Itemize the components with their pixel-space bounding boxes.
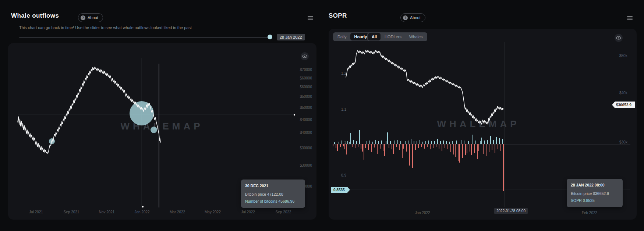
axis-label: $40000 <box>300 131 312 135</box>
axis-label: Sep 2021 <box>64 210 79 214</box>
sopr-bar <box>364 144 364 160</box>
sopr-bar <box>336 144 336 148</box>
sopr-bar <box>374 144 375 148</box>
time-slider[interactable] <box>19 37 272 38</box>
sopr-bar <box>392 144 392 149</box>
axis-label: Nov 2021 <box>99 210 115 214</box>
sopr-bar <box>467 144 467 153</box>
sopr-bar <box>367 141 367 144</box>
sopr-bar <box>450 144 451 152</box>
sopr-bar <box>403 144 404 149</box>
sopr-bar <box>375 140 376 144</box>
about-button[interactable]: ? About <box>400 13 425 22</box>
sopr-bar <box>390 141 391 144</box>
sopr-bar <box>470 144 470 152</box>
sopr-bar <box>397 140 398 144</box>
axis-label: $40k <box>619 91 628 95</box>
axis-label: Jan 2022 <box>134 210 150 214</box>
sopr-bar <box>358 144 358 147</box>
axis-label: $60000 <box>300 76 312 80</box>
sopr-bar <box>359 130 360 144</box>
sopr-bar <box>500 144 501 151</box>
sopr-bar <box>442 144 442 151</box>
tooltip-date: 28 JAN 2022 08:00 <box>571 182 619 189</box>
visibility-toggle-button[interactable] <box>301 52 309 60</box>
sopr-bar <box>445 144 445 148</box>
sopr-bar <box>452 141 453 144</box>
sopr-bar <box>344 144 345 149</box>
marker-dot <box>502 108 503 110</box>
sopr-bar <box>462 144 463 158</box>
chart-tooltip: 28 JAN 2022 08:00 Bitcoin price $36652.9… <box>567 179 623 207</box>
sopr-bar <box>340 144 341 147</box>
sopr-bar <box>339 142 339 144</box>
axis-label: $30000 <box>300 163 312 167</box>
sopr-bar <box>411 139 411 144</box>
menu-icon[interactable] <box>627 16 633 20</box>
sopr-bar <box>422 142 423 144</box>
sopr-bar <box>402 144 403 158</box>
sopr-bar <box>446 141 447 144</box>
sopr-bar <box>421 144 422 147</box>
sopr-bar <box>377 144 378 154</box>
price-line <box>346 50 503 124</box>
axis-label: $30k <box>619 140 628 144</box>
question-icon: ? <box>81 15 85 20</box>
sopr-bar <box>365 144 366 148</box>
sopr-bar <box>433 144 434 148</box>
sopr-bar <box>371 144 372 152</box>
axis-label: Sep 2022 <box>276 210 291 214</box>
axis-label: $30000 <box>300 146 312 150</box>
sopr-bar <box>484 141 485 144</box>
sopr-bar <box>430 144 431 149</box>
sopr-bar <box>502 139 503 144</box>
sopr-bar <box>361 144 361 149</box>
sopr-bar <box>427 144 428 147</box>
sopr-bar <box>349 142 350 144</box>
sopr-bar <box>461 140 461 144</box>
axis-label: 1 <box>344 141 346 145</box>
sopr-bar <box>464 141 464 144</box>
sopr-bar <box>414 141 414 144</box>
sopr-bar <box>417 141 417 144</box>
axis-label: May 2022 <box>205 210 221 214</box>
tooltip-date: 30 DEC 2021 <box>245 182 301 189</box>
sopr-bar <box>486 144 486 156</box>
axis-label: Mar 2022 <box>170 210 185 214</box>
sopr-bar <box>334 142 335 144</box>
sopr-bar <box>449 142 450 144</box>
slider-handle[interactable] <box>268 35 272 39</box>
axis-label: $50000 <box>300 106 312 110</box>
slider-date-badge: 28 Jan 2022 <box>277 34 305 40</box>
price-value-flag: $36652.9 <box>612 102 635 108</box>
axis-label: $50k <box>619 54 628 58</box>
whale-bubble[interactable] <box>151 127 157 133</box>
sopr-bar <box>343 144 344 146</box>
sopr-bar <box>443 141 444 144</box>
sopr-bar <box>458 144 459 161</box>
sopr-bar <box>455 144 456 157</box>
axis-label: Feb 2022 <box>582 211 598 215</box>
sopr-value-flag: 0.8535 <box>331 187 350 193</box>
sopr-bar <box>356 141 357 144</box>
sopr-bar <box>393 144 394 154</box>
sopr-bar <box>431 141 432 144</box>
whalemap-dashboard: Whale outflows ? About This chart can go… <box>0 0 644 231</box>
axis-label: 1.1 <box>341 107 346 111</box>
tooltip-bitcoins: Number of bitcoins 45686.96 <box>245 198 301 205</box>
crosshair-date-badge: 2022-01-28 08:00 <box>494 208 528 214</box>
sopr-bar <box>478 144 479 151</box>
axis-label: $50000 <box>300 95 312 99</box>
sopr-bar <box>378 141 379 144</box>
sopr-chart-card: Daily Hourly All HODLers Whales WHALEMAP… <box>329 29 637 220</box>
about-button[interactable]: ? About <box>78 13 103 22</box>
sopr-bar <box>456 141 457 144</box>
sopr-bar <box>440 141 441 144</box>
sopr-bar <box>471 144 472 155</box>
sopr-bar <box>415 144 416 150</box>
sopr-bar <box>381 141 382 144</box>
whale-bubble[interactable] <box>130 101 154 125</box>
sopr-bar <box>418 144 419 148</box>
menu-icon[interactable] <box>308 16 313 20</box>
marker-dot <box>294 114 295 115</box>
